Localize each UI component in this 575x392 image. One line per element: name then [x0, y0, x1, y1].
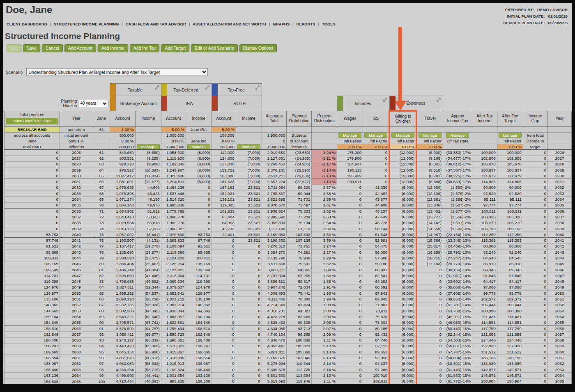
table-cell: 2.58 % — [312, 191, 337, 197]
table-cell — [472, 144, 497, 150]
add-inc-tax-button[interactable]: Add Inc Tax — [130, 44, 160, 52]
nav-item-graphs[interactable]: GRAPHS — [273, 22, 290, 26]
table-cell: 60,837 — [363, 267, 390, 273]
table-cell: 2032 — [547, 185, 571, 190]
cancel-button[interactable]: Cancel — [42, 44, 63, 52]
table-cell: (6,000) — [389, 332, 416, 337]
group-tax-free: Tax-Free — [212, 84, 262, 96]
table-cell: 74 — [93, 226, 110, 232]
table-row: 02031661,081,091(12,577)1,394,511(8,000)… — [5, 179, 572, 185]
manage-button[interactable]: Manage — [187, 144, 210, 149]
table-row: 87,7462041761,103,507(4,131)2,095,82387,… — [5, 238, 572, 243]
table-cell: 0 — [236, 332, 262, 337]
manage-button[interactable]: Manage — [137, 144, 160, 149]
col-header-planned-distribution: Planned Distribution — [287, 111, 312, 127]
manage-button[interactable]: Manage — [499, 133, 522, 138]
nav-item-client-dashboard[interactable]: CLIENT DASHBOARD — [7, 22, 47, 26]
table-cell: 2038 — [60, 220, 93, 226]
table-cell: 103,326 — [472, 214, 497, 220]
table-cell: 976,522 — [110, 167, 135, 173]
table-cell: (6,000) — [389, 232, 416, 238]
table-cell: (6,000) — [389, 373, 416, 378]
table-cell — [135, 138, 161, 144]
table-row: 0202964976,522(10,593)1,249,987(8,000)15… — [5, 167, 572, 173]
table-cell: 62,541 — [363, 273, 390, 279]
table-cell: (12,000) — [389, 179, 416, 185]
manage-button[interactable]: Manage — [237, 144, 260, 149]
table-row: 129,9772050851,955,252(54,537)2,053,6411… — [5, 291, 572, 296]
collapse-icon[interactable] — [436, 97, 441, 102]
table-cell: 76 — [93, 238, 110, 243]
table-cell: 2031 — [547, 179, 571, 185]
table-cell: 0 — [337, 202, 363, 208]
view-beneficial-rmd-button[interactable]: View Beneficial RMD — [6, 118, 58, 124]
add-target-button[interactable]: Add Target — [161, 44, 189, 52]
table-cell: 1,883,057 — [161, 314, 186, 320]
table-cell: 2039 — [547, 226, 571, 232]
table-cell: 3,117,188 — [262, 226, 287, 232]
table-cell: 47,449 — [363, 214, 390, 220]
table-row: 02039741,013,12657,5892,060,327043,73523… — [5, 226, 572, 232]
table-cell: 1,071,274 — [110, 197, 135, 202]
manage-button[interactable]: Manage — [446, 133, 469, 138]
table-cell: 0 — [523, 161, 547, 167]
table-cell: (6,000) — [389, 378, 416, 384]
table-cell: 59,180 — [363, 261, 390, 267]
table-cell: 0 — [337, 361, 363, 367]
table-cell: 2,249,453 — [262, 161, 287, 167]
manage-button[interactable]: Manage — [338, 133, 361, 138]
nav-item-cash-flow-and-tax-advisor[interactable]: CASH FLOW AND TAX ADVISOR — [126, 22, 186, 26]
table-cell: (6,000) — [389, 191, 416, 197]
nav-item-reports[interactable]: REPORTS — [297, 22, 315, 26]
table-cell: 150,984 — [472, 378, 497, 384]
table-cell — [186, 133, 212, 138]
account-roth: ROTH — [212, 96, 262, 111]
table-cell: (27,247)-13% — [443, 255, 472, 261]
table-cell: 137,830 — [212, 161, 236, 167]
nav-item-tools[interactable]: TOOLS — [322, 22, 336, 26]
add-income-button[interactable]: Add Income — [98, 44, 128, 52]
table-cell: (60,615) — [135, 355, 161, 361]
scenario-select[interactable]: Understanding Structured Plan w/Target I… — [26, 68, 208, 76]
table-cell: 91,845 — [472, 273, 497, 279]
table-cell: 62 — [93, 156, 110, 161]
manage-button[interactable]: Manage — [391, 133, 414, 138]
table-cell: 2063 — [60, 367, 93, 372]
planning-horizon-select[interactable]: 40 years — [78, 100, 108, 107]
table-cell: 0 — [212, 337, 236, 343]
table-cell: 0 — [5, 156, 60, 161]
table-cell: 158,510 — [186, 326, 212, 331]
table-cell: 84,543 — [497, 255, 523, 261]
collapse-icon[interactable] — [255, 85, 260, 90]
save-button[interactable]: Save — [23, 44, 40, 52]
edit-or-add-scenario-button[interactable]: Edit or Add Scenario — [191, 44, 238, 52]
table-cell: 1,081,091 — [110, 179, 135, 185]
table-cell: 115,393 — [472, 238, 497, 243]
nav-item-structured-income-planning[interactable]: STRUCTURED INCOME PLANNING — [54, 22, 119, 26]
table-cell: (16,715) — [416, 255, 443, 261]
collapse-icon[interactable] — [205, 85, 210, 90]
table-cell: (65,369) — [135, 343, 161, 349]
table-cell: 4,528,432 — [262, 320, 287, 326]
manage-button[interactable]: Manage — [419, 133, 442, 138]
nav-item-asset-allocation-and-net-worth[interactable]: ASSET ALLOCATION AND NET WORTH — [193, 22, 266, 26]
table-row: 02036711,054,90251,8121,779,7880101,8332… — [5, 208, 572, 214]
table-cell: 0 — [523, 332, 547, 337]
collapse-icon[interactable] — [154, 85, 159, 90]
add-account-button[interactable]: Add Account — [64, 44, 96, 52]
table-cell: 0 — [212, 332, 236, 337]
table-cell: (7,000) — [236, 156, 262, 161]
display-options-button[interactable]: Display Options — [239, 44, 277, 52]
table-cell: 2,021,215 — [161, 296, 186, 302]
table-cell: (53,715) — [135, 367, 161, 372]
table-cell: 0 — [416, 332, 443, 337]
table-cell: 83,753 — [5, 232, 60, 238]
table-cell: 2,121,967 — [161, 267, 186, 273]
table-cell: 168,554 — [186, 355, 212, 361]
table-cell: Manage — [416, 133, 443, 138]
table-cell: 2045 — [547, 261, 571, 267]
manage-button[interactable]: Manage — [364, 133, 387, 138]
table-cell: 102,800 — [497, 156, 523, 161]
collapse-icon[interactable] — [383, 97, 388, 102]
table-cell: 63 — [93, 161, 110, 167]
